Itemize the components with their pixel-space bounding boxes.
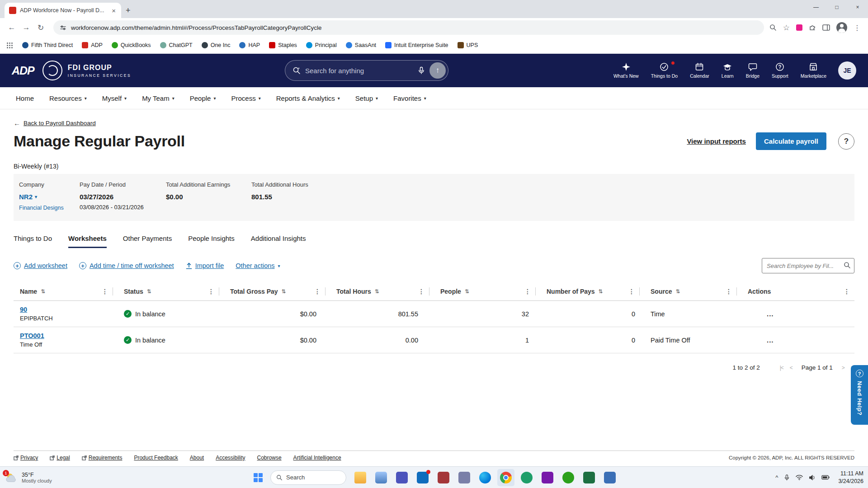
tab-close-icon[interactable]: × — [111, 7, 117, 14]
tab-things-to-do[interactable]: Things to Do — [14, 235, 52, 248]
next-page-button[interactable]: > — [842, 365, 844, 371]
taskbar-app-phone-link[interactable] — [518, 469, 535, 486]
column-menu-icon[interactable]: ⋮ — [628, 288, 635, 295]
nav-item-reports-analytics[interactable]: Reports & Analytics▾ — [269, 87, 348, 109]
taskbar-app-access[interactable] — [435, 469, 452, 486]
bridge-button[interactable]: Bridge — [746, 62, 760, 79]
sort-icon[interactable]: ⇅ — [675, 288, 680, 295]
search-icon[interactable] — [844, 262, 851, 269]
taskbar-app-onenote[interactable] — [539, 469, 556, 486]
footer-link-accessibility[interactable]: Accessibility — [216, 455, 245, 461]
footer-link-artificial-intelligence[interactable]: Artificial Intelligence — [293, 455, 341, 461]
column-header-name[interactable]: Name⇅⋮ — [14, 282, 118, 300]
browser-forward-icon[interactable]: → — [19, 20, 33, 35]
tab-additional-insights[interactable]: Additional Insights — [251, 235, 306, 248]
sort-icon[interactable]: ⇅ — [147, 288, 151, 295]
nav-item-people[interactable]: People▾ — [182, 87, 224, 109]
taskbar-app-excel[interactable] — [580, 469, 598, 486]
help-button[interactable]: ? — [838, 133, 854, 150]
company-selector[interactable]: NR2▾ — [19, 193, 80, 201]
nav-item-resources[interactable]: Resources▾ — [42, 87, 94, 109]
nav-item-favorites[interactable]: Favorites▾ — [386, 87, 434, 109]
taskbar-app-quickbooks[interactable] — [560, 469, 577, 486]
column-menu-icon[interactable]: ⋮ — [726, 288, 732, 295]
taskbar-app-remote-desktop[interactable] — [601, 469, 618, 486]
footer-link-requirements[interactable]: Requirements — [82, 455, 123, 461]
wifi-icon[interactable] — [796, 474, 803, 480]
user-avatar[interactable]: JE — [838, 61, 856, 80]
bookmark-item[interactable]: ChatGPT — [160, 42, 193, 48]
bookmark-item[interactable]: SaasAnt — [346, 42, 376, 48]
footer-link-about[interactable]: About — [190, 455, 204, 461]
taskbar-app-file-explorer[interactable] — [352, 469, 369, 486]
mic-icon[interactable] — [418, 66, 425, 75]
taskbar-search-input[interactable] — [286, 474, 331, 481]
browser-back-icon[interactable]: ← — [5, 20, 19, 35]
need-help-tab[interactable]: ? Need Help? — [851, 365, 868, 425]
taskbar-app-edge[interactable] — [476, 469, 494, 486]
company-name-link[interactable]: Financial Designs — [19, 205, 80, 211]
bookmark-star-icon[interactable]: ☆ — [783, 23, 790, 33]
learn-button[interactable]: Learn — [722, 62, 734, 79]
column-menu-icon[interactable]: ⋮ — [314, 288, 321, 295]
battery-icon[interactable] — [821, 475, 830, 480]
volume-icon[interactable] — [809, 474, 816, 481]
import-file-button[interactable]: Import file — [186, 262, 224, 269]
things-to-do-button[interactable]: Things to Do — [651, 62, 678, 79]
footer-link-cobrowse[interactable]: Cobrowse — [257, 455, 282, 461]
side-panel-icon[interactable] — [822, 24, 830, 31]
global-search-input[interactable] — [305, 67, 413, 75]
bookmark-item[interactable]: HAP — [239, 42, 260, 48]
start-button[interactable] — [250, 469, 267, 486]
column-header-actions[interactable]: Actions⋮ — [741, 282, 854, 300]
column-menu-icon[interactable]: ⋮ — [208, 288, 214, 295]
view-input-reports-link[interactable]: View input reports — [687, 137, 746, 145]
taskbar-app-teams[interactable] — [393, 469, 410, 486]
column-header-source[interactable]: Source⇅⋮ — [644, 282, 741, 300]
worksheet-name-link[interactable]: PTO001 — [20, 332, 44, 339]
add-worksheet-button[interactable]: +Add worksheet — [14, 262, 67, 269]
browser-tab[interactable]: ADP Workforce Now - Payroll D... × — [5, 3, 121, 18]
worksheet-name-link[interactable]: 90 — [20, 306, 27, 313]
employee-search-input[interactable] — [762, 258, 854, 273]
search-submit-button[interactable]: ↑ — [429, 62, 446, 79]
sort-icon[interactable]: ⇅ — [599, 288, 603, 295]
browser-menu-kebab-icon[interactable]: ⋮ — [854, 23, 861, 32]
nav-item-process[interactable]: Process▾ — [223, 87, 268, 109]
hidden-icons-chevron[interactable]: ^ — [775, 474, 778, 481]
footer-link-legal[interactable]: Legal — [50, 455, 70, 461]
other-actions-dropdown[interactable]: Other actions▾ — [236, 262, 280, 269]
taskbar-app-folder[interactable] — [373, 469, 390, 486]
bookmark-item[interactable]: Fifth Third Direct — [22, 42, 73, 48]
previous-page-button[interactable]: < — [790, 365, 793, 371]
bookmark-item[interactable]: Staples — [269, 42, 297, 48]
sort-icon[interactable]: ⇅ — [282, 288, 286, 295]
taskbar-app-whiteboard[interactable] — [456, 469, 473, 486]
bookmark-item[interactable]: One Inc — [202, 42, 231, 48]
taskbar-search[interactable] — [270, 470, 346, 485]
global-search-bar[interactable]: ↑ — [285, 60, 448, 81]
column-header-total-hours[interactable]: Total Hours⇅⋮ — [330, 282, 434, 300]
browser-profile-avatar[interactable] — [836, 22, 847, 33]
sort-icon[interactable]: ⇅ — [465, 288, 469, 295]
window-close-button[interactable]: × — [847, 0, 868, 14]
column-menu-icon[interactable]: ⋮ — [102, 288, 108, 295]
nav-item-myself[interactable]: Myself▾ — [94, 87, 134, 109]
apps-grid-icon[interactable] — [6, 42, 13, 49]
address-bar[interactable]: workforcenow.adp.com/theme/admin.html#/P… — [53, 20, 764, 35]
tab-other-payments[interactable]: Other Payments — [123, 235, 172, 248]
bookmark-item[interactable]: UPS — [458, 42, 478, 48]
nav-item-home[interactable]: Home — [8, 87, 42, 109]
whats-new-button[interactable]: What's New — [613, 62, 639, 79]
extensions-puzzle-icon[interactable] — [809, 24, 816, 31]
calculate-payroll-button[interactable]: Calculate payroll — [756, 132, 826, 150]
weather-widget[interactable]: 1 35°F Mostly cloudy — [5, 472, 52, 483]
footer-link-product-feedback[interactable]: Product Feedback — [134, 455, 178, 461]
window-minimize-button[interactable]: — — [806, 0, 826, 14]
tab-worksheets[interactable]: Worksheets — [68, 235, 107, 248]
table-row[interactable]: PTO001Time Off ✓In balance $0.00 0.00 1 … — [14, 327, 854, 353]
column-menu-icon[interactable]: ⋮ — [524, 288, 531, 295]
taskbar-app-chrome[interactable] — [497, 469, 514, 486]
tab-people-insights[interactable]: People Insights — [188, 235, 235, 248]
sort-icon[interactable]: ⇅ — [375, 288, 379, 295]
